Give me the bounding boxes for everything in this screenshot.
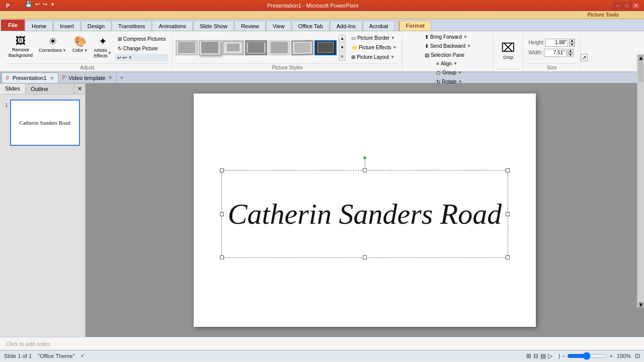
- quick-undo-icon[interactable]: ↩: [35, 1, 40, 8]
- gallery-scroll-up[interactable]: ▲: [339, 35, 346, 43]
- picture-style-7[interactable]: [314, 40, 337, 55]
- selection-pane-button[interactable]: ▤ Selection Pane: [422, 51, 473, 59]
- fit-window-button[interactable]: ⊡: [635, 352, 640, 359]
- height-down-button[interactable]: ▼: [569, 43, 575, 47]
- tab-home[interactable]: Home: [25, 21, 53, 31]
- picture-layout-button[interactable]: ⊞ Picture Layout ▼: [349, 53, 399, 61]
- file-tab-video-template[interactable]: P Video template ✕: [58, 72, 117, 83]
- slides-tab[interactable]: Slides: [0, 83, 26, 94]
- new-tab-button[interactable]: +: [117, 72, 126, 83]
- picture-border-icon: ▭: [351, 35, 356, 41]
- ribbon-group-arrange: ⬆ Bring Forward ▼ ⬇ Send Backward ▼ ▤ Se…: [403, 33, 493, 70]
- quick-redo-icon[interactable]: ↪: [43, 1, 47, 8]
- picture-style-5[interactable]: [268, 40, 290, 55]
- corrections-dropdown-arrow: ▼: [62, 48, 66, 53]
- view-slideshow-icon[interactable]: ▷: [548, 352, 552, 359]
- status-check-icon[interactable]: ✓: [80, 352, 85, 359]
- maximize-button[interactable]: □: [623, 2, 631, 9]
- color-button[interactable]: 🎨 Color ▼: [70, 34, 90, 54]
- handle-bottom-middle[interactable]: [363, 255, 367, 259]
- crop-button[interactable]: ⌧ Crop: [499, 39, 518, 61]
- height-input[interactable]: [545, 39, 568, 47]
- picture-border-button[interactable]: ▭ Picture Border ▼: [349, 34, 399, 42]
- panel-tabs: Slides Outline ✕: [0, 83, 85, 95]
- handle-middle-right[interactable]: [506, 212, 510, 216]
- reset-label: ↩: [123, 55, 127, 60]
- handle-bottom-right[interactable]: [506, 255, 510, 259]
- slide-thumb-text: Catherin Sanders Road: [18, 118, 72, 128]
- selected-picture[interactable]: Catherin Sanders Road: [221, 170, 508, 258]
- view-reading-icon[interactable]: ▤: [540, 352, 546, 359]
- tab-view[interactable]: View: [266, 21, 291, 31]
- picture-style-1[interactable]: [176, 40, 198, 55]
- send-backward-button[interactable]: ⬇ Send Backward ▼: [422, 42, 473, 50]
- tab-addins[interactable]: Add-Ins: [330, 21, 362, 31]
- close-button[interactable]: ✕: [632, 2, 640, 9]
- corrections-button[interactable]: ☀ Corrections ▼: [36, 34, 69, 54]
- gallery-scroll-down[interactable]: ▼: [339, 44, 346, 52]
- slide-panel: Slides Outline ✕ 1 Catherin Sanders Road: [0, 83, 86, 337]
- picture-style-4[interactable]: [245, 40, 267, 55]
- width-spinner[interactable]: ▲ ▼: [568, 49, 574, 57]
- tab-review[interactable]: Review: [234, 21, 266, 31]
- height-up-button[interactable]: ▲: [569, 39, 575, 43]
- handle-top-middle[interactable]: [363, 168, 367, 172]
- handle-bottom-left[interactable]: [220, 255, 224, 259]
- tab-design[interactable]: Design: [81, 21, 111, 31]
- file-tab-1-close[interactable]: ✕: [50, 75, 54, 81]
- gallery-more[interactable]: ≡: [339, 53, 346, 61]
- bring-forward-button[interactable]: ⬆ Bring Forward ▼: [422, 33, 470, 41]
- picture-style-2[interactable]: [199, 40, 221, 55]
- change-picture-button[interactable]: ↻ Change Picture: [115, 44, 168, 53]
- tab-acrobat[interactable]: Acrobat: [363, 21, 395, 31]
- reset-picture-button[interactable]: ↩ ↩ ▼: [115, 54, 168, 61]
- tab-slideshow[interactable]: Slide Show: [193, 21, 234, 31]
- rotate-handle[interactable]: [362, 155, 367, 160]
- notes-bar[interactable]: Click to add notes: [0, 337, 644, 350]
- picture-style-3[interactable]: [222, 40, 244, 55]
- width-down-button[interactable]: ▼: [568, 53, 574, 57]
- height-spinner[interactable]: ▲ ▼: [569, 39, 575, 47]
- window-title: Presentation1 - Microsoft PowerPoint: [12, 3, 614, 9]
- compress-pictures-button[interactable]: ⊞ Compress Pictures: [115, 35, 168, 43]
- tab-format[interactable]: Format: [399, 21, 431, 31]
- size-expand-button[interactable]: ↗: [581, 33, 588, 70]
- ribbon-content: 🖼 RemoveBackground ☀ Corrections ▼ 🎨 Col…: [0, 31, 644, 72]
- tab-file[interactable]: File: [1, 20, 25, 31]
- selection-pane-label: Selection Pane: [431, 52, 464, 58]
- picture-style-6[interactable]: [291, 40, 314, 55]
- remove-background-button[interactable]: 🖼 RemoveBackground: [6, 34, 35, 60]
- scroll-down-button[interactable]: ▼: [638, 302, 643, 308]
- width-label: Width:: [528, 50, 542, 55]
- view-normal-icon[interactable]: ⊞: [526, 352, 531, 359]
- vertical-scrollbar[interactable]: ▲ ▼: [637, 83, 644, 308]
- picture-layout-icon: ⊞: [351, 54, 355, 60]
- view-slide-sorter-icon[interactable]: ⊟: [533, 352, 538, 359]
- slide-thumbnail-1[interactable]: Catherin Sanders Road: [10, 100, 80, 146]
- tab-transitions[interactable]: Transitions: [112, 21, 151, 31]
- slide-image-content: Catherin Sanders Road: [222, 170, 508, 257]
- tab-officetab[interactable]: Office Tab: [292, 21, 330, 31]
- panel-close-button[interactable]: ✕: [74, 83, 85, 94]
- align-button[interactable]: ≡ Align ▼: [434, 59, 464, 68]
- tab-animations[interactable]: Animations: [152, 21, 192, 31]
- file-tab-presentation1[interactable]: P Presentation1 ✕: [2, 72, 58, 83]
- file-tab-2-close[interactable]: ✕: [108, 75, 112, 80]
- zoom-in-button[interactable]: +: [609, 353, 612, 359]
- handle-top-left[interactable]: [220, 168, 224, 172]
- width-up-button[interactable]: ▲: [568, 49, 574, 53]
- align-icon: ≡: [436, 61, 439, 66]
- minimize-button[interactable]: ─: [614, 2, 622, 9]
- zoom-out-button[interactable]: −: [562, 353, 565, 359]
- group-button[interactable]: ⬡ Group ▼: [434, 68, 464, 77]
- artistic-effects-button[interactable]: ✦ ArtisticEffects ▼: [91, 34, 114, 60]
- tab-insert[interactable]: Insert: [53, 21, 80, 31]
- width-input[interactable]: [544, 49, 567, 57]
- outline-tab[interactable]: Outline: [26, 83, 74, 94]
- quick-save-icon[interactable]: 💾: [25, 1, 32, 8]
- handle-middle-left[interactable]: [220, 212, 224, 216]
- handle-top-right[interactable]: [506, 168, 510, 172]
- quick-customize-icon[interactable]: ▼: [50, 2, 55, 7]
- zoom-slider[interactable]: [567, 352, 607, 359]
- picture-effects-button[interactable]: ⭐ Picture Effects ▼: [349, 43, 399, 52]
